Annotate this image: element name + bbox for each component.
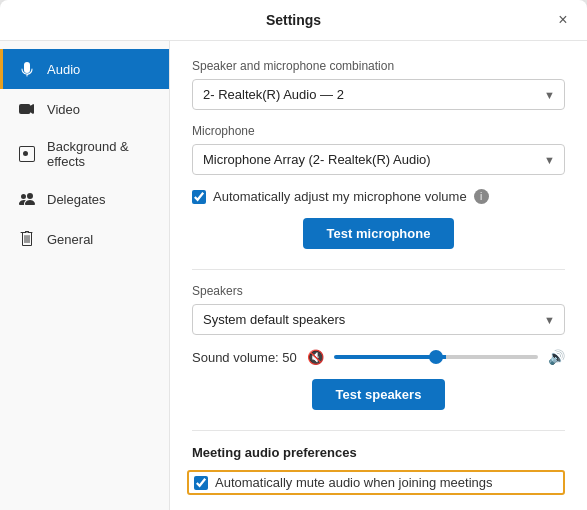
- volume-high-icon: 🔊: [548, 349, 565, 365]
- auto-adjust-label: Automatically adjust my microphone volum…: [213, 189, 467, 204]
- audio-icon: [17, 59, 37, 79]
- auto-adjust-row: Automatically adjust my microphone volum…: [192, 189, 565, 204]
- microphone-select-wrapper: Microphone Array (2- Realtek(R) Audio) ▼: [192, 144, 565, 175]
- info-icon[interactable]: i: [474, 189, 489, 204]
- sidebar-item-audio-label: Audio: [47, 62, 80, 77]
- sidebar-item-general-label: General: [47, 232, 93, 247]
- sidebar-item-general[interactable]: General: [0, 219, 169, 259]
- speakers-select[interactable]: System default speakers: [192, 304, 565, 335]
- speaker-mic-select[interactable]: 2- Realtek(R) Audio — 2: [192, 79, 565, 110]
- auto-adjust-checkbox[interactable]: [192, 190, 206, 204]
- sidebar-item-background-label: Background & effects: [47, 139, 155, 169]
- volume-slider[interactable]: [334, 355, 538, 359]
- auto-mute-row: Automatically mute audio when joining me…: [187, 470, 565, 495]
- divider-1: [192, 269, 565, 270]
- microphone-select[interactable]: Microphone Array (2- Realtek(R) Audio): [192, 144, 565, 175]
- sidebar-item-background[interactable]: Background & effects: [0, 129, 169, 179]
- auto-mute-label: Automatically mute audio when joining me…: [215, 475, 493, 490]
- delegates-icon: [17, 189, 37, 209]
- test-microphone-button[interactable]: Test microphone: [303, 218, 455, 249]
- video-icon: [17, 99, 37, 119]
- sound-volume-value: 50: [282, 350, 296, 365]
- sidebar-item-video[interactable]: Video: [0, 89, 169, 129]
- speaker-mic-label: Speaker and microphone combination: [192, 59, 565, 73]
- divider-2: [192, 430, 565, 431]
- general-icon: [17, 229, 37, 249]
- speakers-label: Speakers: [192, 284, 565, 298]
- sound-volume-label: Sound volume: 50: [192, 350, 297, 365]
- test-speakers-button[interactable]: Test speakers: [312, 379, 446, 410]
- speakers-select-wrapper: System default speakers ▼: [192, 304, 565, 335]
- sidebar-item-delegates-label: Delegates: [47, 192, 106, 207]
- sidebar-item-audio[interactable]: Audio: [0, 49, 169, 89]
- volume-row: Sound volume: 50 🔇 🔊: [192, 349, 565, 365]
- auto-mute-checkbox[interactable]: [194, 476, 208, 490]
- background-icon: [17, 144, 37, 164]
- main-panel: Speaker and microphone combination 2- Re…: [170, 41, 587, 510]
- microphone-label: Microphone: [192, 124, 565, 138]
- close-button[interactable]: ×: [553, 10, 573, 30]
- window-title: Settings: [266, 12, 321, 28]
- meeting-prefs-title: Meeting audio preferences: [192, 445, 565, 460]
- sidebar: Audio Video Background & effects: [0, 41, 170, 510]
- title-bar: Settings ×: [0, 0, 587, 41]
- speaker-mic-select-wrapper: 2- Realtek(R) Audio — 2 ▼: [192, 79, 565, 110]
- sidebar-item-video-label: Video: [47, 102, 80, 117]
- volume-mute-icon: 🔇: [307, 349, 324, 365]
- sidebar-item-delegates[interactable]: Delegates: [0, 179, 169, 219]
- content-area: Audio Video Background & effects: [0, 41, 587, 510]
- settings-window: Settings × Audio Video: [0, 0, 587, 510]
